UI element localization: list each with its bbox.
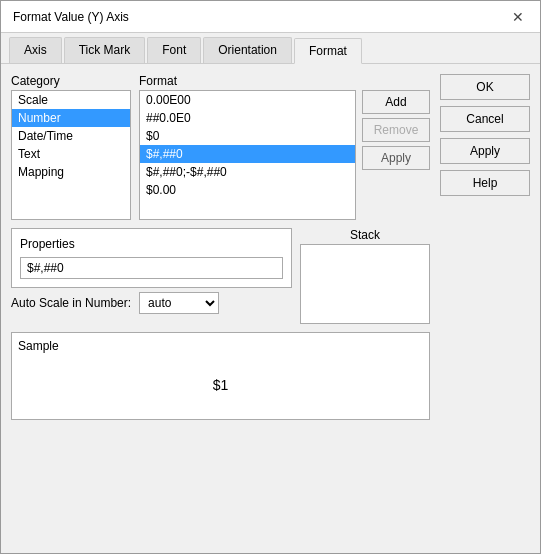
sample-value: $1 [18, 357, 423, 413]
properties-input[interactable] [20, 257, 283, 279]
close-button[interactable]: ✕ [508, 7, 528, 27]
cancel-button[interactable]: Cancel [440, 106, 530, 132]
format-item-2[interactable]: $0 [140, 127, 355, 145]
format-item-1[interactable]: ##0.0E0 [140, 109, 355, 127]
add-button[interactable]: Add [362, 90, 430, 114]
sample-section: Sample $1 [11, 332, 430, 420]
autoscale-row: Auto Scale in Number: auto none K M G [11, 292, 292, 314]
stack-box [300, 244, 430, 324]
title-bar: Format Value (Y) Axis ✕ [1, 1, 540, 33]
tab-font[interactable]: Font [147, 37, 201, 63]
tab-format[interactable]: Format [294, 38, 362, 64]
stack-label: Stack [300, 228, 430, 242]
category-format-row: Category Scale Number Date/Time Text Map… [11, 74, 430, 220]
category-label: Category [11, 74, 131, 88]
properties-label: Properties [20, 237, 283, 251]
format-list-row: 0.00E00 ##0.0E0 $0 $#,##0 $#,##0;-$#,##0… [139, 90, 430, 220]
format-item-4[interactable]: $#,##0;-$#,##0 [140, 163, 355, 181]
autoscale-select[interactable]: auto none K M G [139, 292, 219, 314]
properties-stack-row: Properties Auto Scale in Number: auto no… [11, 228, 430, 324]
stack-section: Stack [300, 228, 430, 324]
remove-button[interactable]: Remove [362, 118, 430, 142]
category-section: Category Scale Number Date/Time Text Map… [11, 74, 131, 220]
apply-button[interactable]: Apply [440, 138, 530, 164]
right-panel: OK Cancel Apply Help [440, 74, 530, 543]
main-content: Category Scale Number Date/Time Text Map… [1, 64, 540, 553]
tab-tickmark[interactable]: Tick Mark [64, 37, 146, 63]
category-item-datetime[interactable]: Date/Time [12, 127, 130, 145]
tab-orientation[interactable]: Orientation [203, 37, 292, 63]
sample-label: Sample [18, 339, 423, 353]
apply-small-button[interactable]: Apply [362, 146, 430, 170]
dialog: Format Value (Y) Axis ✕ Axis Tick Mark F… [0, 0, 541, 554]
properties-stack-left: Properties Auto Scale in Number: auto no… [11, 228, 292, 324]
format-item-3[interactable]: $#,##0 [140, 145, 355, 163]
format-label: Format [139, 74, 430, 88]
category-item-mapping[interactable]: Mapping [12, 163, 130, 181]
help-button[interactable]: Help [440, 170, 530, 196]
add-remove-col: Add Remove Apply [362, 90, 430, 220]
category-listbox[interactable]: Scale Number Date/Time Text Mapping [11, 90, 131, 220]
format-section: Format 0.00E00 ##0.0E0 $0 $#,##0 $#,##0;… [139, 74, 430, 220]
category-item-scale[interactable]: Scale [12, 91, 130, 109]
format-listbox[interactable]: 0.00E00 ##0.0E0 $0 $#,##0 $#,##0;-$#,##0… [139, 90, 356, 220]
left-panel: Category Scale Number Date/Time Text Map… [11, 74, 430, 543]
tab-bar: Axis Tick Mark Font Orientation Format [1, 33, 540, 64]
format-item-0[interactable]: 0.00E00 [140, 91, 355, 109]
category-item-text[interactable]: Text [12, 145, 130, 163]
format-item-5[interactable]: $0.00 [140, 181, 355, 199]
category-item-number[interactable]: Number [12, 109, 130, 127]
properties-section: Properties [11, 228, 292, 288]
dialog-title: Format Value (Y) Axis [13, 10, 129, 24]
tab-axis[interactable]: Axis [9, 37, 62, 63]
ok-button[interactable]: OK [440, 74, 530, 100]
autoscale-label: Auto Scale in Number: [11, 296, 131, 310]
